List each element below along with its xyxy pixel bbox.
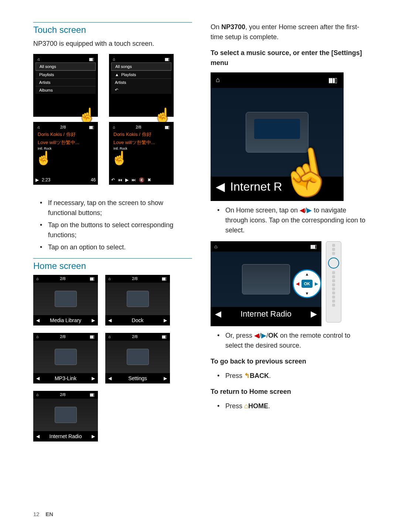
page-number: 12	[33, 511, 40, 517]
instr-home: Press ⌂HOME.	[225, 401, 369, 411]
signal-icon: ▮▮▮▯	[328, 76, 337, 84]
prev-icon[interactable]: ⏮	[118, 177, 122, 183]
signal-icon: ▮▮▮▯	[89, 57, 93, 62]
left-arrow-icon[interactable]: ◀	[215, 309, 221, 319]
home-tile-settings[interactable]: ⌂2/8▮▮▮▯ ◀Settings▶	[105, 333, 170, 383]
list-item[interactable]: Playlists	[121, 72, 136, 77]
signal-icon: ▮▮▮▯	[89, 125, 93, 130]
page-footer: 12 EN	[33, 511, 53, 517]
fig-list-a: ♫ ▮▮▮▯ All songs Playlists Artists Album…	[33, 54, 98, 117]
instr-remote: Or, press ◀/▶/OK on the remote control t…	[225, 331, 369, 351]
instr-back: Press ↰BACK.	[225, 371, 369, 381]
touch-instructions: If necessary, tap on the screen to show …	[33, 198, 192, 252]
ok-label: OK	[268, 332, 278, 339]
model-name: NP3700	[221, 23, 245, 31]
pointing-hand-icon: ☝	[78, 107, 96, 123]
left-arrow-icon[interactable]: ◀	[36, 434, 40, 439]
left-arrow-icon[interactable]: ◀	[216, 180, 225, 194]
right-arrow-icon: ▶	[307, 207, 312, 214]
home-grid: ⌂2/8▮▮▮▯ ◀Media Library▶ ⌂2/8▮▮▮▯ ◀Dock▶…	[33, 275, 174, 441]
list-item[interactable]: All songs	[35, 62, 96, 71]
pointing-hand-icon: ☝	[274, 143, 338, 203]
back-instructions: Press ↰BACK.	[211, 371, 369, 381]
signal-icon: ▮▮▮▯	[90, 334, 94, 339]
right-arrow-icon[interactable]: ▶	[92, 318, 95, 323]
home-tile-internet-radio[interactable]: ⌂2/8▮▮▮▯ ◀Internet Radio▶	[33, 391, 98, 441]
right-intro: On NP3700, you enter Home screen after t…	[211, 22, 369, 42]
home-tile-mp3-link[interactable]: ⌂2/8▮▮▮▯ ◀MP3-Link▶	[33, 333, 98, 383]
list-item[interactable]: Albums	[35, 86, 96, 94]
mute-icon[interactable]: ✖	[147, 177, 151, 183]
left-arrow-icon[interactable]: ◀	[36, 376, 40, 381]
remote-control-icon	[326, 241, 341, 323]
vol-icon[interactable]: 🔇	[139, 177, 144, 183]
track-title: Doris Kokis / 你好	[111, 130, 171, 139]
left-arrow-icon[interactable]: ◀	[36, 318, 40, 323]
touch-intro: NP3700 is equipped with a touch screen.	[33, 39, 192, 49]
device-icon	[242, 264, 290, 294]
back-icon[interactable]: ↶	[111, 177, 115, 183]
home-tile-dock[interactable]: ⌂2/8▮▮▮▯ ◀Dock▶	[105, 275, 170, 325]
remote-instructions: Or, press ◀/▶/OK on the remote control t…	[211, 331, 369, 351]
signal-icon: ▮▮▮▯	[165, 57, 169, 62]
heading-home-screen: Home screen	[33, 258, 192, 271]
home-icon: ⌂	[244, 402, 248, 410]
device-icon	[55, 291, 77, 307]
dpad-overlay: ▲ OK ▼	[293, 269, 321, 298]
count-label: 2/8	[132, 334, 137, 339]
right-arrow-icon[interactable]: ▶	[164, 318, 167, 323]
list-item[interactable]: Artists	[35, 78, 96, 86]
ok-button[interactable]: OK	[301, 280, 313, 288]
fig-play-a: ♫ 2/8 ▮▮▮▯ Doris Kokis / 你好 Love willツ한繁…	[33, 122, 98, 185]
pointing-hand-icon: ☝	[111, 150, 128, 166]
count-label: 2/8	[60, 276, 65, 281]
right-arrow-icon[interactable]: ▶	[311, 309, 317, 319]
remote-ok-ring[interactable]	[328, 258, 339, 269]
device-icon	[127, 349, 149, 365]
home-icon[interactable]: ⌂	[214, 243, 217, 249]
signal-icon: ▮▮▮▯	[90, 276, 94, 281]
list-item[interactable]: All songs	[111, 62, 171, 71]
count-label: 2/8	[60, 392, 65, 397]
instr-1: If necessary, tap on the screen to show …	[48, 198, 192, 218]
device-icon	[246, 112, 308, 153]
play-icon[interactable]: ▶	[35, 177, 39, 183]
right-column: On NP3700, you enter Home screen after t…	[211, 22, 369, 441]
home-tile-media-library[interactable]: ⌂2/8▮▮▮▯ ◀Media Library▶	[33, 275, 98, 325]
home-icon[interactable]: ⌂	[216, 76, 220, 84]
left-arrow-icon[interactable]: ◀	[108, 318, 112, 323]
up-icon[interactable]: ▲	[115, 72, 119, 77]
left-arrow-icon[interactable]: ◀	[108, 376, 112, 381]
right-arrow-icon[interactable]: ▶	[164, 376, 167, 381]
down-arrow-icon[interactable]: ▼	[305, 291, 309, 296]
home-icon: ⌂	[36, 334, 39, 339]
fig-list-b: ⌂ ▮▮▮▯ All songs ▲Playlists Artists ↶ ☝	[109, 54, 174, 117]
right-arrow-icon[interactable]: ▶	[92, 376, 95, 381]
list-item[interactable]: Playlists	[35, 71, 96, 78]
back-icon[interactable]: ↶	[115, 88, 118, 92]
next-icon[interactable]: ⏭	[132, 177, 136, 183]
touch-play-figures: ♫ 2/8 ▮▮▮▯ Doris Kokis / 你好 Love willツ한繁…	[33, 122, 192, 185]
up-arrow-icon[interactable]: ▲	[305, 272, 309, 276]
home-instructions: Press ⌂HOME.	[211, 401, 369, 411]
pointing-hand-icon: ☝	[154, 107, 171, 123]
fig-home-big: ⌂ ▮▮▮▯ ☝ ◀ Internet R	[211, 72, 344, 201]
left-arrow-icon: ◀	[254, 332, 259, 339]
signal-icon: ▮▮▮▯	[165, 125, 169, 130]
count-label: 2/8	[136, 125, 141, 130]
home-icon: ⌂	[108, 276, 111, 281]
home-icon: ⌂	[113, 125, 115, 130]
track-sub: Intl. Rock	[111, 147, 171, 150]
track-title-2: Love willツ한繁中...	[35, 139, 96, 147]
duration: 46	[91, 177, 96, 183]
play-icon[interactable]: ▶	[125, 177, 129, 183]
tile-label: Dock	[132, 317, 144, 323]
lang-code: EN	[45, 511, 53, 517]
instr-nav: On Home screen, tap on ◀/▶ to navigate t…	[225, 205, 369, 235]
list-item[interactable]: Artists	[111, 78, 171, 86]
home-icon: ⌂	[108, 334, 111, 339]
tile-label: Internet Radio	[50, 433, 82, 439]
right-arrow-icon[interactable]: ▶	[92, 434, 95, 439]
heading-go-back: To go back to previous screen	[211, 357, 369, 366]
signal-icon: ▮▮▮▯	[90, 392, 94, 397]
